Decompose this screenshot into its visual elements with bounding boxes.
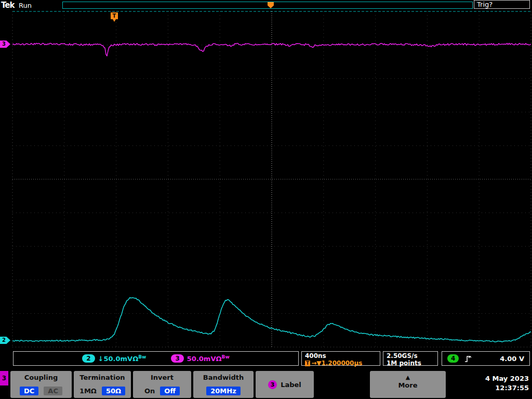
timebase-value: 400ns	[305, 352, 377, 360]
termination-50-option[interactable]: 50Ω	[102, 387, 125, 395]
label-channel-badge: 3	[268, 380, 277, 389]
ch3-readout[interactable]: 3 50.0mVΩBw	[171, 354, 229, 363]
coupling-button[interactable]: Coupling DC AC	[10, 371, 72, 398]
top-status-bar: Tek Run Trig?	[0, 0, 532, 10]
record-length: 1M points	[387, 360, 434, 367]
coupling-title: Coupling	[24, 374, 58, 381]
trigger-t-icon: T	[305, 361, 310, 366]
invert-title: Invert	[151, 374, 174, 381]
ch3-badge: 3	[171, 354, 183, 363]
coupling-dc-option[interactable]: DC	[20, 387, 38, 395]
delay-value: →▼1.200000μs	[311, 360, 362, 367]
active-channel-tab: 3	[0, 371, 8, 385]
trigger-readout-box: 4 4.00 V	[442, 351, 530, 366]
acquisition-readout-box: 2.50GS/s 1M points	[383, 351, 438, 366]
more-text: More	[398, 381, 417, 389]
bandwidth-button[interactable]: Bandwidth 20MHz	[193, 371, 254, 398]
ch2-scale: ↓50.0mVΩBw	[98, 354, 147, 363]
label-text: Label	[281, 381, 301, 389]
rising-edge-icon	[464, 355, 471, 363]
bandwidth-title: Bandwidth	[203, 374, 244, 381]
trigger-status-label: Trig?	[477, 1, 493, 8]
bottom-menu-bar: 3 Coupling DC AC Termination 1MΩ 50Ω Inv…	[0, 370, 532, 399]
bandwidth-value-option[interactable]: 20MHz	[206, 387, 240, 395]
trigger-position-marker-icon[interactable]	[268, 2, 274, 8]
invert-off-option[interactable]: Off	[160, 387, 180, 395]
chevron-up-icon: ▲	[406, 374, 410, 381]
more-button[interactable]: ▲ More	[370, 371, 446, 398]
ch2-badge: 2	[82, 354, 95, 363]
channel-readout-box: 2 ↓50.0mVΩBw 3 50.0mVΩBw	[13, 351, 299, 366]
trigger-time-flag[interactable]: T	[111, 12, 118, 19]
trigger-status-box: Trig?	[474, 0, 530, 9]
delay-readout: T →▼1.200000μs	[305, 360, 377, 367]
waveform-display	[0, 0, 532, 399]
acquisition-status: Run	[19, 2, 32, 9]
trigger-time-flag-tip-icon	[113, 19, 116, 22]
horizontal-readout-box: 400ns T →▼1.200000μs	[301, 351, 380, 366]
invert-on-option[interactable]: On	[144, 387, 155, 395]
termination-title: Termination	[79, 374, 125, 381]
label-button[interactable]: 3 Label	[256, 371, 314, 398]
date-value: 4 May 2023	[453, 374, 529, 383]
time-value: 12:37:55	[453, 383, 529, 393]
tek-logo: Tek	[1, 1, 14, 10]
invert-button[interactable]: Invert On Off	[133, 371, 191, 398]
ch2-ground-marker[interactable]: 2	[0, 337, 10, 344]
ch3-scale: 50.0mVΩBw	[187, 354, 230, 363]
termination-button[interactable]: Termination 1MΩ 50Ω	[74, 371, 131, 398]
sample-rate: 2.50GS/s	[387, 352, 434, 360]
oscilloscope-screen: Tek Run Trig? 3 2 T 2 ↓50.0mVΩBw 3 50.0m…	[0, 0, 532, 399]
trigger-source-badge: 4	[447, 354, 459, 363]
ch2-readout[interactable]: 2 ↓50.0mVΩBw	[82, 354, 146, 363]
ch3-ground-marker[interactable]: 3	[0, 41, 10, 48]
datetime-display: 4 May 2023 12:37:55	[453, 374, 532, 393]
termination-1m-option[interactable]: 1MΩ	[79, 387, 97, 395]
coupling-ac-option[interactable]: AC	[44, 387, 62, 395]
trigger-level-value: 4.00 V	[500, 355, 524, 363]
record-view-bar[interactable]	[62, 2, 473, 9]
